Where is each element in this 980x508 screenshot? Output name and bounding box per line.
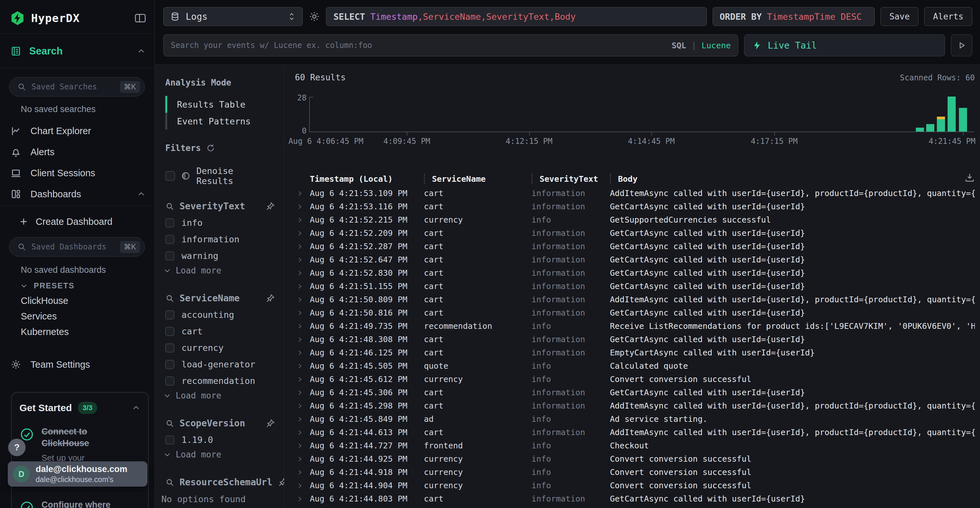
filter-option-recommendation[interactable]: recommendation [165, 373, 275, 388]
filter-option-1.19.0[interactable]: 1.19.0 [165, 432, 275, 447]
denoise-checkbox[interactable] [165, 171, 175, 181]
saved-searches-search[interactable]: ⌘K [9, 77, 145, 97]
expand-row-chevron-icon[interactable] [296, 429, 303, 436]
chevron-up-icon[interactable] [132, 404, 140, 412]
table-row[interactable]: Aug 6 4:21:50.816 PM cart information Ge… [295, 306, 975, 319]
expand-row-chevron-icon[interactable] [296, 482, 303, 489]
filter-option-load-generator[interactable]: load-generator [165, 357, 275, 371]
filter-option-checkbox[interactable] [165, 327, 174, 336]
table-row[interactable]: Aug 6 4:21:52.647 PM cart information Ge… [295, 253, 975, 266]
sidebar-item-alerts[interactable]: Alerts [0, 141, 154, 163]
filter-group-header[interactable]: ScopeVersion [165, 418, 275, 429]
run-query-button[interactable] [951, 34, 972, 56]
table-row[interactable]: Aug 6 4:21:53.116 PM cart information Ge… [295, 200, 975, 213]
table-row[interactable]: Aug 6 4:21:49.735 PM recommendation info… [295, 319, 975, 333]
event-search-bar[interactable]: SQL | Lucene [163, 34, 738, 56]
expand-row-chevron-icon[interactable] [296, 256, 303, 264]
filter-option-checkbox[interactable] [165, 218, 174, 227]
preset-item-services[interactable]: Services [0, 308, 154, 324]
alerts-button[interactable]: Alerts [924, 7, 972, 26]
lang-toggle-lucene[interactable]: Lucene [702, 41, 731, 50]
chart-bar[interactable] [937, 117, 945, 132]
order-by-input[interactable]: ORDER BY TimestampTime DESC [713, 7, 875, 26]
filter-option-checkbox[interactable] [165, 343, 174, 352]
collapse-sidebar-icon[interactable] [134, 12, 147, 25]
table-row[interactable]: Aug 6 4:21:44.803 PM cart information Ge… [295, 492, 975, 505]
column-header-severitytext[interactable]: SeverityText [531, 174, 610, 184]
preset-item-kubernetes[interactable]: Kubernetes [0, 324, 154, 340]
filter-option-currency[interactable]: currency [165, 340, 275, 355]
expand-row-chevron-icon[interactable] [296, 495, 303, 503]
refresh-icon[interactable] [206, 143, 215, 152]
load-more-button[interactable]: Load more [163, 504, 275, 508]
saved-dashboards-search[interactable]: ⌘K [9, 237, 145, 257]
column-header-body[interactable]: Body [610, 174, 975, 184]
sidebar-item-dashboards[interactable]: Dashboards [0, 183, 154, 205]
table-row[interactable]: Aug 6 4:21:45.298 PM cart information Ad… [295, 399, 975, 413]
get-started-step[interactable]: Configure where your data comes from [19, 499, 140, 508]
table-row[interactable]: Aug 6 4:21:44.904 PM currency info Conve… [295, 479, 975, 492]
expand-row-chevron-icon[interactable] [296, 203, 303, 210]
load-more-button[interactable]: Load more [163, 263, 275, 278]
expand-row-chevron-icon[interactable] [296, 243, 303, 250]
chevron-up-icon[interactable] [137, 47, 145, 56]
chart-bar[interactable] [948, 97, 956, 132]
filter-group-header[interactable]: ServiceName [165, 293, 275, 303]
expand-row-chevron-icon[interactable] [296, 296, 303, 303]
expand-row-chevron-icon[interactable] [296, 283, 303, 290]
user-chip[interactable]: D dale@clickhouse.com dale@clickhouse.co… [8, 461, 148, 487]
download-icon[interactable] [964, 172, 975, 183]
filter-option-information[interactable]: information [165, 232, 275, 246]
pin-icon[interactable] [266, 294, 275, 303]
pin-icon[interactable] [266, 419, 275, 428]
column-header-servicename[interactable]: ServiceName [424, 174, 531, 184]
source-settings-gear-icon[interactable] [309, 11, 320, 22]
save-button[interactable]: Save [880, 7, 918, 26]
saved-searches-input[interactable] [32, 82, 115, 91]
load-more-button[interactable]: Load more [163, 388, 275, 403]
presets-toggle[interactable]: PRESETS [20, 279, 75, 293]
sidebar-item-chart-explorer[interactable]: Chart Explorer [0, 121, 154, 141]
load-more-button[interactable]: Load more [163, 447, 275, 462]
chart-bar[interactable] [916, 128, 924, 132]
table-row[interactable]: Aug 6 4:21:50.809 PM cart information Ad… [295, 293, 975, 306]
expand-row-chevron-icon[interactable] [296, 349, 303, 356]
pin-icon[interactable] [266, 202, 275, 211]
table-row[interactable]: Aug 6 4:21:53.109 PM cart information Ad… [295, 187, 975, 200]
table-row[interactable]: Aug 6 4:21:52.830 PM cart information Ge… [295, 266, 975, 279]
tab-event-patterns[interactable]: Event Patterns [165, 113, 275, 130]
chart-bar[interactable] [959, 108, 967, 132]
chevron-up-icon[interactable] [137, 190, 145, 198]
live-tail-button[interactable]: Live Tail [744, 34, 945, 56]
sidebar-section-search[interactable]: Search [10, 38, 145, 64]
filter-option-checkbox[interactable] [165, 251, 174, 260]
filter-option-checkbox[interactable] [165, 435, 174, 444]
lang-toggle-sql[interactable]: SQL [671, 41, 686, 50]
filter-option-cart[interactable]: cart [165, 324, 275, 338]
pin-icon[interactable] [278, 478, 285, 487]
table-row[interactable]: Aug 6 4:21:48.308 PM cart information Ge… [295, 333, 975, 346]
expand-row-chevron-icon[interactable] [296, 402, 303, 410]
table-row[interactable]: Aug 6 4:21:46.125 PM cart information Em… [295, 346, 975, 359]
filter-option-checkbox[interactable] [165, 235, 174, 244]
table-row[interactable]: Aug 6 4:21:52.215 PM currency info GetSu… [295, 213, 975, 227]
table-row[interactable]: Aug 6 4:21:52.209 PM cart information Ge… [295, 227, 975, 240]
create-dashboard-button[interactable]: Create Dashboard [19, 213, 113, 230]
column-header-timestamp[interactable]: Timestamp (Local) [310, 174, 424, 184]
event-search-input[interactable] [171, 41, 666, 50]
expand-row-chevron-icon[interactable] [296, 416, 303, 423]
expand-row-chevron-icon[interactable] [296, 190, 303, 197]
table-row[interactable]: Aug 6 4:21:45.612 PM currency info Conve… [295, 373, 975, 386]
table-row[interactable]: Aug 6 4:21:45.505 PM quote info Calculat… [295, 359, 975, 373]
expand-row-chevron-icon[interactable] [296, 336, 303, 343]
select-columns-input[interactable]: SELECT Timestamp ,ServiceName,SeverityTe… [326, 7, 707, 26]
filter-option-checkbox[interactable] [165, 360, 174, 369]
expand-row-chevron-icon[interactable] [296, 323, 303, 330]
expand-row-chevron-icon[interactable] [296, 389, 303, 396]
expand-row-chevron-icon[interactable] [296, 270, 303, 277]
sidebar-item-client-sessions[interactable]: Client Sessions [0, 163, 154, 184]
filter-option-accounting[interactable]: accounting [165, 308, 275, 322]
expand-row-chevron-icon[interactable] [296, 376, 303, 383]
filter-option-warning[interactable]: warning [165, 249, 275, 263]
filter-group-header[interactable]: SeverityText [165, 201, 275, 211]
